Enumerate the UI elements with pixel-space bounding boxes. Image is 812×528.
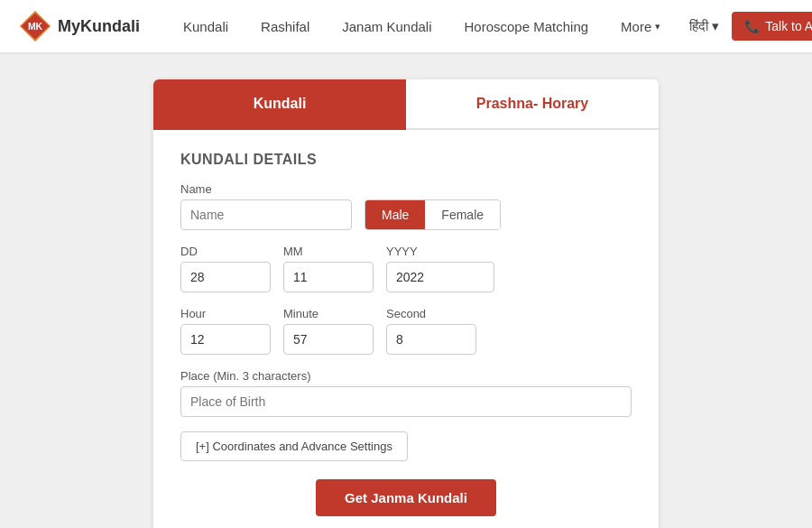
brand-name: MyKundali xyxy=(58,17,140,36)
form-body: KUNDALI DETAILS Name Male Female DD xyxy=(153,130,659,528)
place-group: Place (Min. 3 characters) xyxy=(180,369,632,417)
place-input[interactable] xyxy=(180,386,632,417)
nav-janam-kundali[interactable]: Janam Kundali xyxy=(326,0,448,52)
yyyy-input[interactable] xyxy=(386,262,494,292)
hour-input[interactable] xyxy=(180,324,271,355)
dd-group: DD xyxy=(180,245,271,292)
dd-input[interactable] xyxy=(180,262,271,292)
nav-rashifal[interactable]: Rashifal xyxy=(245,0,326,52)
brand-logo[interactable]: MK MyKundali xyxy=(18,9,140,43)
nav-more[interactable]: More ▾ xyxy=(604,0,677,52)
mm-input[interactable] xyxy=(283,262,374,292)
nav-links: Kundali Rashifal Janam Kundali Horoscope… xyxy=(167,0,677,52)
name-gender-row: Name Male Female xyxy=(180,182,632,230)
place-label: Place (Min. 3 characters) xyxy=(180,369,632,383)
second-label: Second xyxy=(386,307,476,320)
name-group: Name xyxy=(180,182,352,230)
more-chevron-icon: ▾ xyxy=(655,21,660,32)
minute-group: Minute xyxy=(283,307,374,355)
dd-label: DD xyxy=(180,245,271,258)
time-row: Hour Minute Second xyxy=(180,307,632,355)
advance-settings-button[interactable]: [+] Coordinates and Advance Settings xyxy=(180,431,408,461)
main-content: Kundali Prashna- Horary KUNDALI DETAILS … xyxy=(0,52,812,528)
minute-label: Minute xyxy=(283,307,374,320)
phone-icon: 📞 xyxy=(744,19,760,33)
mm-label: MM xyxy=(283,245,374,258)
lang-chevron-icon: ▾ xyxy=(712,18,719,34)
hour-label: Hour xyxy=(180,307,271,320)
nav-horoscope-matching[interactable]: Horoscope Matching xyxy=(448,0,605,52)
yyyy-group: YYYY xyxy=(386,245,494,292)
gender-toggle: Male Female xyxy=(364,199,501,230)
date-row: DD MM YYYY xyxy=(180,245,632,292)
nav-kundali[interactable]: Kundali xyxy=(167,0,245,52)
submit-button[interactable]: Get Janma Kundali xyxy=(316,479,496,516)
second-group: Second xyxy=(386,307,476,355)
logo-icon: MK xyxy=(18,9,52,43)
second-input[interactable] xyxy=(386,324,476,355)
mm-group: MM xyxy=(283,245,374,292)
form-title: KUNDALI DETAILS xyxy=(180,152,632,168)
navbar: MK MyKundali Kundali Rashifal Janam Kund… xyxy=(0,0,812,52)
talk-to-astrologer-button[interactable]: 📞 Talk to Astrologer xyxy=(732,12,812,41)
hour-group: Hour xyxy=(180,307,271,355)
language-selector[interactable]: हिंदी ▾ xyxy=(677,18,732,34)
tab-kundali[interactable]: Kundali xyxy=(153,79,406,130)
minute-input[interactable] xyxy=(283,324,374,355)
gender-female-button[interactable]: Female xyxy=(425,200,500,229)
name-input[interactable] xyxy=(180,199,352,230)
tab-prashna-horary[interactable]: Prashna- Horary xyxy=(406,79,659,130)
name-label: Name xyxy=(180,182,352,196)
tabs: Kundali Prashna- Horary xyxy=(153,79,659,130)
yyyy-label: YYYY xyxy=(386,245,494,258)
svg-text:MK: MK xyxy=(28,22,43,32)
form-card: Kundali Prashna- Horary KUNDALI DETAILS … xyxy=(153,79,659,528)
gender-male-button[interactable]: Male xyxy=(365,200,425,229)
